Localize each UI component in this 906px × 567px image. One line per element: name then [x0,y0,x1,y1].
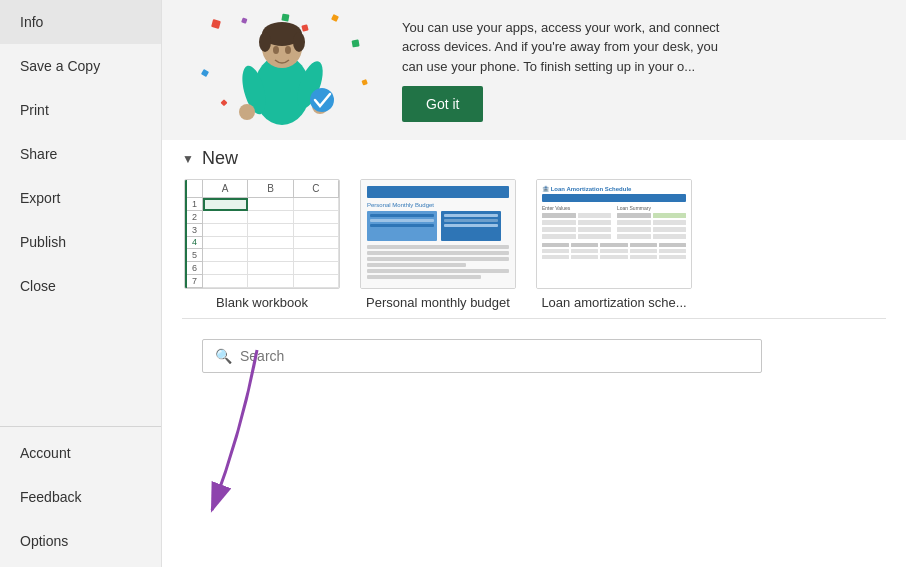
search-bar[interactable]: 🔍 [202,339,762,373]
sidebar-item-share[interactable]: Share [0,132,161,176]
person-svg [182,10,382,140]
sidebar-label-share: Share [20,146,57,162]
svg-rect-0 [211,19,221,29]
svg-rect-7 [281,14,289,22]
new-chevron-icon: ▼ [182,152,194,166]
banner-text-area: You can use your apps, access your work,… [402,18,886,123]
sidebar-item-options[interactable]: Options [0,519,161,563]
top-banner: You can use your apps, access your work,… [162,0,906,140]
template-blank-workbook-label: Blank workbook [216,295,308,310]
template-blank-workbook[interactable]: A B C 1 2 3 [182,179,342,310]
personal-budget-thumb: Personal Monthly Budget [360,179,516,289]
template-personal-budget-label: Personal monthly budget [366,295,510,310]
svg-point-20 [310,88,334,112]
svg-point-19 [285,46,291,54]
search-bar-area: 🔍 [182,327,886,389]
budget-preview: Personal Monthly Budget [361,180,515,288]
main-content: You can use your apps, access your work,… [162,0,906,567]
grid-preview: A B C 1 2 3 [185,180,339,288]
sidebar-item-save-copy[interactable]: Save a Copy [0,44,161,88]
sidebar-item-print[interactable]: Print [0,88,161,132]
sidebar-label-feedback: Feedback [20,489,81,505]
banner-text: You can use your apps, access your work,… [402,18,722,77]
new-section: ▼ New A B C 1 [162,140,906,567]
svg-point-16 [239,104,255,120]
sidebar-label-account: Account [20,445,71,461]
svg-rect-8 [220,99,227,106]
divider [182,318,886,319]
sidebar-item-info[interactable]: Info [0,0,161,44]
svg-point-12 [259,32,271,52]
loan-preview: 🏦 Loan Amortization Schedule Enter Value… [537,180,691,288]
template-loan-amortization-label: Loan amortization sche... [541,295,686,310]
sidebar-item-close[interactable]: Close [0,264,161,308]
svg-rect-1 [331,14,339,22]
template-personal-budget[interactable]: Personal Monthly Budget [358,179,518,310]
search-icon: 🔍 [215,348,232,364]
svg-rect-5 [201,69,209,77]
svg-point-13 [293,32,305,52]
new-header[interactable]: ▼ New [182,148,886,169]
template-loan-amortization[interactable]: 🏦 Loan Amortization Schedule Enter Value… [534,179,694,310]
sidebar-label-options: Options [20,533,68,549]
sidebar-item-export[interactable]: Export [0,176,161,220]
sidebar-label-print: Print [20,102,49,118]
sidebar-label-save-copy: Save a Copy [20,58,100,74]
sidebar-item-feedback[interactable]: Feedback [0,475,161,519]
new-section-label: New [202,148,238,169]
blank-workbook-thumb: A B C 1 2 3 [184,179,340,289]
svg-rect-3 [241,17,247,23]
svg-rect-6 [361,79,367,85]
templates-row: A B C 1 2 3 [182,179,886,310]
sidebar-top-items: Info Save a Copy Print Share Export Publ… [0,0,161,426]
svg-rect-2 [352,39,360,47]
sidebar-label-close: Close [20,278,56,294]
got-it-button[interactable]: Got it [402,86,483,122]
sidebar: Info Save a Copy Print Share Export Publ… [0,0,162,567]
sidebar-label-export: Export [20,190,60,206]
svg-rect-4 [301,24,308,31]
sidebar-label-info: Info [20,14,43,30]
svg-point-18 [273,46,279,54]
search-input[interactable] [240,348,749,364]
loan-amortization-thumb: 🏦 Loan Amortization Schedule Enter Value… [536,179,692,289]
sidebar-label-publish: Publish [20,234,66,250]
sidebar-item-publish[interactable]: Publish [0,220,161,264]
sidebar-bottom-items: Account Feedback Options [0,426,161,567]
sidebar-item-account[interactable]: Account [0,431,161,475]
banner-illustration [182,10,382,130]
